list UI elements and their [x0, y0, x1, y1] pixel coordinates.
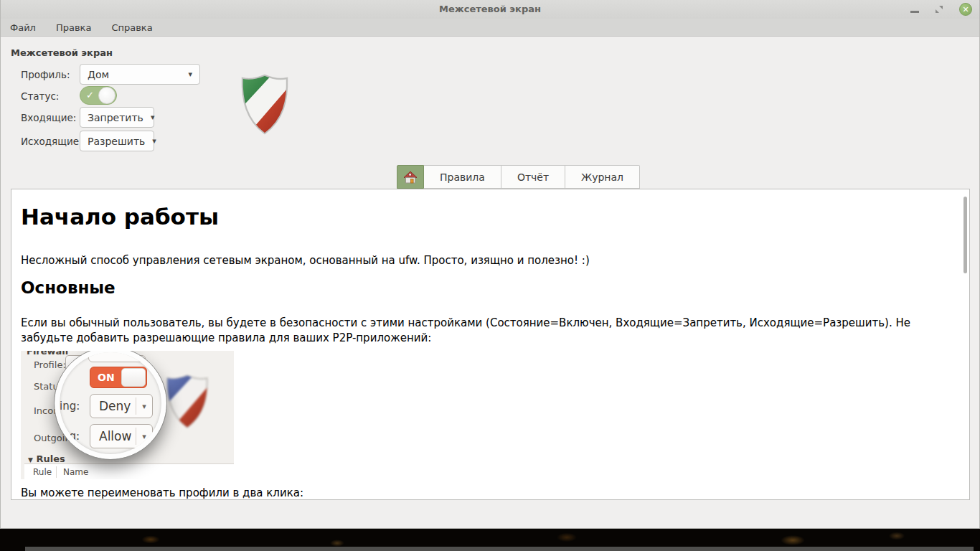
- profile-label: Профиль:: [21, 69, 70, 80]
- check-icon: ✓: [86, 90, 94, 100]
- chevron-down-icon: ▾: [145, 136, 156, 146]
- window-title: Межсетевой экран: [1, 4, 979, 14]
- intro-text: Несложный способ управления сетевым экра…: [21, 254, 590, 267]
- deny-value: Deny: [90, 399, 131, 413]
- chevron-down-icon: ▾: [181, 70, 192, 79]
- loupe-deny-dropdown: Deny ▾: [90, 394, 153, 418]
- outgoing-value: Разрешить: [88, 136, 145, 147]
- column-divider: [56, 466, 57, 478]
- shot-col-name: Name: [63, 467, 88, 477]
- shot-rules-header: Rule Name: [24, 463, 234, 479]
- taskbar-edge[interactable]: [25, 547, 974, 551]
- on-label: ON: [98, 372, 115, 383]
- basics-heading: Основные: [21, 278, 116, 297]
- toggle-knob: [98, 87, 116, 104]
- section-title: Межсетевой экран: [11, 47, 113, 58]
- shield-icon-blurred: [164, 369, 210, 437]
- incoming-dropdown[interactable]: Запретить ▾: [80, 107, 154, 128]
- outgoing-label: Исходящие:: [21, 136, 83, 147]
- rename-text: Вы можете переименовать профили в два кл…: [21, 486, 303, 499]
- outgoing-dropdown[interactable]: Разрешить ▾: [80, 131, 154, 151]
- tutorial-screenshot: Firewall Profile: Status: Incoming: Outg…: [21, 351, 234, 479]
- titlebar: Межсетевой экран ✕: [1, 0, 979, 19]
- profile-dropdown[interactable]: Дом ▾: [80, 64, 200, 85]
- status-toggle[interactable]: ✓: [80, 86, 117, 105]
- shot-profile-label: Profile:: [34, 359, 66, 370]
- incoming-value: Запретить: [88, 112, 143, 123]
- home-icon: [403, 170, 418, 184]
- chevron-down-icon: ▾: [136, 432, 152, 441]
- tab-log[interactable]: Журнал: [565, 165, 640, 189]
- shot-col-rule: Rule: [33, 467, 52, 477]
- maximize-icon: [935, 5, 943, 14]
- firewall-shield-icon: [239, 73, 291, 139]
- loupe-allow-dropdown: Allow ▾: [90, 424, 153, 448]
- menu-help[interactable]: Справка: [111, 22, 152, 33]
- tab-rules[interactable]: Правила: [424, 165, 501, 189]
- close-button[interactable]: ✕: [959, 3, 972, 16]
- menu-edit[interactable]: Правка: [56, 22, 91, 33]
- shot-firewall-title: Firewall: [27, 351, 68, 357]
- chevron-down-icon: ▾: [143, 113, 155, 122]
- minimize-button[interactable]: [910, 11, 919, 13]
- profile-value: Дом: [88, 69, 109, 80]
- incoming-label: Входящие:: [21, 112, 76, 123]
- getting-started-pane: Начало работы Несложный способ управлени…: [11, 189, 970, 500]
- tab-report[interactable]: Отчёт: [501, 165, 565, 189]
- magnifier-loupe: ON ing: Deny ▾ ng: Allow ▾: [55, 351, 166, 459]
- tabbar: Правила Отчёт Журнал: [397, 165, 640, 189]
- loupe-incoming-fragment: ing:: [60, 400, 80, 413]
- maximize-button[interactable]: [935, 5, 943, 14]
- allow-value: Allow: [90, 429, 131, 443]
- chevron-down-icon: ▾: [136, 402, 152, 411]
- loupe-on-toggle: ON: [90, 367, 147, 388]
- basics-text: Если вы обычный пользователь, вы будете …: [21, 316, 962, 346]
- status-label: Статус:: [21, 90, 59, 102]
- window-controls: ✕: [910, 0, 972, 19]
- tab-home[interactable]: [397, 165, 424, 189]
- triangle-down-icon: ▼: [28, 456, 33, 463]
- scrollbar-thumb[interactable]: [963, 197, 967, 273]
- menu-file[interactable]: Файл: [10, 22, 36, 33]
- on-toggle-knob: [121, 368, 146, 387]
- page-title: Начало работы: [21, 204, 219, 230]
- gufw-window: Межсетевой экран ✕ Файл Правка Справка: [0, 0, 980, 529]
- menubar: Файл Правка Справка: [1, 19, 979, 37]
- shot-rules-label: ▼ Rules: [28, 453, 65, 464]
- close-icon: ✕: [962, 6, 969, 14]
